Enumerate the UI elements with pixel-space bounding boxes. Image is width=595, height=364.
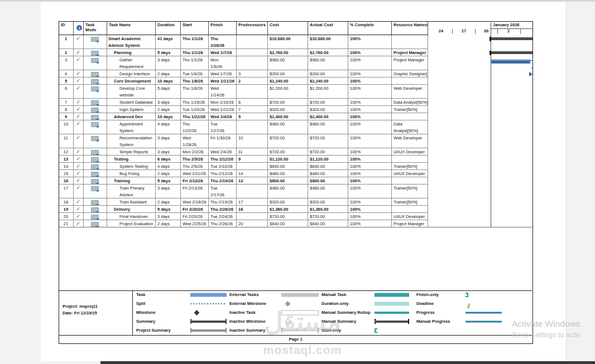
cell-id: 14 [59,163,74,170]
finish-only-sample [466,293,468,297]
cell-id: 2 [59,49,74,56]
cell-resource-names [392,77,428,85]
task-mode-icon [91,37,99,42]
cell-task-mode [84,113,107,120]
cell-resource-names: Web Developer [392,134,428,148]
mostaql-site-watermark: mostaql.com [252,343,353,357]
cell-finish: Mon 1/19/26 [209,99,237,106]
task-row-14: 14✓System Testing4 daysThu 2/5/26Tue 2/1… [59,163,428,170]
legend-label-task: Task [136,292,146,298]
task-row-12: 12✓Simple Reports3 daysMon 2/2/26Wed 2/4… [59,148,428,156]
legend-swatch-task [190,292,227,298]
progress-line [492,61,529,62]
completed-check-icon: ✓ [74,199,83,205]
task-mode-icon [91,157,99,162]
cell-duration: 3 days [156,134,181,148]
cell-actual-cost: $200.00 [308,70,348,77]
legend-swatch-progress [466,309,502,316]
cell-cost: $200.00 [268,70,308,77]
cell-start: Wed 1/28/26 [181,134,209,148]
legend-label-manual-task: Manual Task [322,292,346,298]
cell-indicators: ✓ [74,70,84,77]
cell-cost: $320.00 [268,106,308,113]
cell-id: 13 [59,156,74,163]
completed-check-icon: ✓ [74,185,83,191]
cell-predecessors: 17 [237,198,268,206]
timescale-tick [520,29,521,34]
cell-resource-names: Data Analyst[50%] [392,120,428,134]
cell-actual-cost: $480.00 [308,185,348,198]
legend-swatch-duration-only [375,300,409,307]
cell-task-name: Core Development [107,77,156,85]
task-row-20: 20✓Final Handover3 daysFri 2/20/26Tue 2/… [59,213,428,220]
cell-percent-complete: 100% [348,185,392,198]
legend-swatch-manual-summary-rollup [375,309,409,316]
cell-actual-cost: $1,200.00 [308,85,348,99]
cell-resource-names [392,206,428,213]
cell-percent-complete: 100% [348,163,392,170]
legend-label-deadline: Deadline [416,300,434,307]
cell-cost: $960.00 [268,56,308,70]
project-name-label: Project: msproj11 [59,303,132,310]
cell-start: Thu 1/22/26 [181,120,209,134]
cell-finish: Tue 2/17/26 [209,185,237,198]
cell-actual-cost: $720.00 [308,134,348,148]
cell-percent-complete: 100% [348,134,392,148]
cell-cost: $720.00 [268,99,308,106]
mostaql-logo-watermark: مستقل [252,304,353,343]
legend-label-progress: Progress [416,309,435,316]
cell-finish: Wed 1/14/26 [209,85,237,99]
cell-id: 18 [59,198,74,206]
cell-indicators: ✓ [74,49,84,56]
cell-duration: 5 days [156,85,181,99]
manual-summary-rollup-sample [375,312,409,314]
col-header-indicators: i [74,22,84,35]
cell-predecessors [237,56,268,70]
cell-start: Fri 2/20/26 [181,213,209,220]
cell-task-mode [84,56,107,70]
legend-swatch-deadline [466,300,502,307]
timescale-day-label: 27 [454,28,474,33]
cell-id: 20 [59,213,74,220]
table-body: 1✓Smart Academic Advisor System41 daysTh… [59,35,428,227]
cell-task-mode [84,170,107,177]
cell-duration: 41 days [156,35,181,49]
task-row-13: 13✓Testing6 daysThu 2/5/26Thu 2/12/269$1… [59,156,428,163]
cell-predecessors: 13 [237,177,268,185]
completed-check-icon: ✓ [74,178,83,183]
cell-cost: $960.00 [268,120,308,134]
cell-task-name: Appointment System [107,120,156,134]
cell-duration: 10 days [156,113,181,120]
gantt-bar-summary-task-2 [491,51,532,54]
cell-indicators: ✓ [74,148,84,156]
timescale-tick [452,29,453,34]
task-mode-icon [91,222,99,227]
cell-duration: 2 days [156,70,181,77]
milestone-sample [194,310,200,316]
cell-task-name: Delivery [107,206,156,213]
cell-id: 16 [59,177,74,185]
cell-resource-names: UI/UX Developer [392,148,428,156]
legend-swatch-start-only [375,327,409,333]
cell-duration: 5 days [156,177,181,185]
cell-task-mode [84,106,107,113]
manual-task-sample [375,293,409,297]
cell-indicators: ✓ [74,77,84,85]
cell-cost: $2,760.00 [268,49,308,56]
cell-start: Thu 2/5/26 [181,163,209,170]
col-header-task-mode: Task Mode [84,22,107,35]
task-mode-icon [91,164,99,169]
completed-check-icon: ✓ [74,221,83,226]
gantt-link-arrowhead [529,72,532,76]
duration-only-sample [375,302,409,305]
cell-predecessors [237,163,268,170]
cell-indicators: ✓ [74,120,84,134]
cell-finish: Fri 1/30/26 [209,134,237,148]
activate-windows-text: Activate Windows [512,319,580,329]
task-row-5: 5✓Core Development10 daysThu 1/8/26Wed 1… [59,77,428,85]
cell-indicators: ✓ [74,56,84,70]
legend-label-summary: Summary [136,318,155,325]
completed-check-icon: ✓ [74,149,83,154]
progress-sample [466,312,502,313]
cell-task-name: Testing [107,156,156,163]
